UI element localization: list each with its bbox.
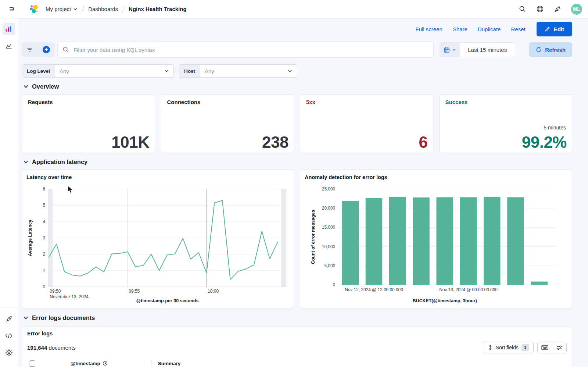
menu-toggle-button[interactable] (6, 3, 18, 15)
filter-controls-group: + (22, 42, 54, 57)
svg-text:Nov 12, 2024 @ 12:00:00.000: Nov 12, 2024 @ 12:00:00.000 (345, 287, 403, 292)
grid-display-buttons (537, 342, 567, 353)
summary-column-label: Summary (158, 361, 181, 366)
svg-text:1: 1 (43, 268, 46, 273)
metric-card-connections: Connections 238 (161, 94, 294, 153)
metric-title: Success (445, 99, 566, 105)
breadcrumb-project[interactable]: My project (46, 6, 78, 12)
avatar[interactable]: ML (571, 4, 582, 15)
log-level-filter-dropdown[interactable]: Log Level Any (22, 64, 174, 78)
time-range-picker: Last 15 minutes (440, 42, 515, 57)
anomaly-bar-chart[interactable]: 05,00010,00015,00020,00025,000Nov 12, 20… (305, 182, 567, 304)
column-header-summary[interactable]: Summary (158, 361, 181, 366)
refresh-button[interactable]: Refresh (529, 42, 572, 57)
latency-chart-title: Latency over time (26, 174, 289, 180)
sort-fields-button[interactable]: Sort fields 1 (483, 342, 534, 353)
sidebar-item-launch[interactable] (3, 313, 15, 325)
line-chart-icon (5, 42, 12, 50)
section-latency-toggle[interactable]: Application latency (23, 158, 572, 165)
saved-filters-button[interactable] (22, 42, 38, 57)
breadcrumb-dashboards[interactable]: Dashboards (88, 6, 118, 12)
column-separator (151, 360, 151, 367)
breadcrumb-current-page: Nginx Health Tracking (129, 6, 187, 12)
column-header-timestamp[interactable]: @timestamp (71, 361, 108, 366)
metric-card-5xx: 5xx 6 (300, 94, 433, 153)
select-all-checkbox[interactable] (29, 360, 35, 367)
left-sidebar (0, 18, 18, 367)
elastic-logo[interactable] (28, 3, 40, 15)
reset-button[interactable]: Reset (511, 26, 525, 32)
section-error-docs-toggle[interactable]: Error logs documents (23, 314, 572, 321)
timestamp-column-label: @timestamp (71, 361, 100, 366)
chevron-down-icon (23, 84, 29, 89)
grid-controls: Sort fields 1 (483, 342, 567, 353)
sidebar-item-devtools[interactable] (3, 329, 15, 342)
chevron-down-icon (287, 68, 293, 74)
kql-search-input[interactable] (73, 46, 429, 53)
search-icon (519, 6, 526, 13)
svg-text:25,000: 25,000 (322, 186, 336, 192)
svg-text:BUCKET(@timestamp, 3hour): BUCKET(@timestamp, 3hour) (413, 298, 477, 303)
plus-icon: + (43, 46, 50, 53)
svg-text:Nov 13, 2024 @ 00:00:00.000: Nov 13, 2024 @ 00:00:00.000 (439, 287, 498, 292)
anomaly-chart-panel: Anomaly detection for error logs 05,0001… (300, 170, 572, 309)
section-overview-toggle[interactable]: Overview (23, 83, 572, 90)
svg-text:09:50: 09:50 (50, 289, 61, 294)
query-bar: + (22, 42, 572, 58)
section-latency-title: Application latency (32, 158, 87, 165)
metric-subtitle: 5 minutes (544, 125, 566, 131)
sort-fields-label: Sort fields (496, 345, 519, 350)
edit-button-label: Edit (554, 26, 564, 32)
svg-text:15,000: 15,000 (322, 225, 336, 230)
svg-text:November 13, 2024: November 13, 2024 (50, 294, 89, 299)
metric-title: Connections (167, 99, 288, 105)
sort-count-badge: 1 (521, 344, 529, 351)
menu-icon (8, 6, 16, 13)
sidebar-item-settings[interactable] (3, 346, 15, 359)
charts-row: Latency over time 012345609:5009:5510:00… (22, 170, 572, 309)
metric-value: 101K (111, 134, 149, 150)
metric-title: 5xx (306, 99, 427, 105)
metric-cards-row: Requests 101K Connections 238 5xx 6 Succ… (22, 94, 572, 153)
error-logs-panel: Error logs 191,644 documents Sort fields… (22, 327, 572, 367)
calendar-menu-button[interactable] (440, 43, 460, 57)
dashboards-icon (5, 25, 12, 33)
duplicate-button[interactable]: Duplicate (478, 26, 501, 32)
time-range-value[interactable]: Last 15 minutes (460, 43, 515, 57)
log-level-filter-label: Log Level (22, 65, 55, 77)
life-ring-icon (536, 5, 544, 13)
svg-text:10,000: 10,000 (322, 244, 336, 249)
metric-value: 99.2% (522, 134, 567, 150)
display-options-button[interactable] (552, 342, 566, 353)
breadcrumb-separator (82, 6, 84, 13)
full-screen-button[interactable]: Full screen (416, 26, 442, 32)
latency-line-chart[interactable]: 012345609:5009:5510:00November 13, 2024@… (26, 182, 289, 304)
breadcrumb-separator (122, 6, 125, 13)
whats-new-button[interactable] (553, 5, 562, 13)
svg-text:0: 0 (333, 282, 336, 288)
sort-icon (488, 345, 493, 350)
sidebar-item-dashboards[interactable] (3, 23, 15, 35)
edit-button[interactable]: Edit (537, 22, 572, 36)
svg-text:Average Latency: Average Latency (28, 220, 33, 256)
svg-text:6: 6 (43, 186, 46, 192)
metric-card-requests: Requests 101K (22, 94, 155, 153)
section-error-docs-title: Error logs documents (32, 314, 95, 321)
breadcrumb: My project Dashboards Nginx Health Track… (46, 6, 187, 13)
filter-pills-row: Log Level Any Host Any (22, 64, 572, 78)
sidebar-item-visualize[interactable] (3, 40, 15, 52)
search-button[interactable] (518, 5, 526, 13)
share-button[interactable]: Share (453, 26, 467, 32)
host-filter-dropdown[interactable]: Host Any (179, 64, 297, 78)
svg-text:0: 0 (43, 284, 46, 289)
add-filter-button[interactable]: + (38, 42, 54, 57)
document-count-suffix: documents (47, 345, 76, 351)
chevron-down-icon (23, 159, 29, 165)
chevron-down-icon (23, 315, 29, 321)
chevron-down-icon (73, 7, 78, 11)
latency-chart-panel: Latency over time 012345609:5009:5510:00… (22, 170, 294, 309)
full-screen-grid-button[interactable] (538, 342, 552, 353)
help-button[interactable] (536, 5, 544, 13)
metric-card-success: Success 5 minutes 99.2% (439, 94, 573, 153)
calendar-icon (444, 47, 450, 53)
